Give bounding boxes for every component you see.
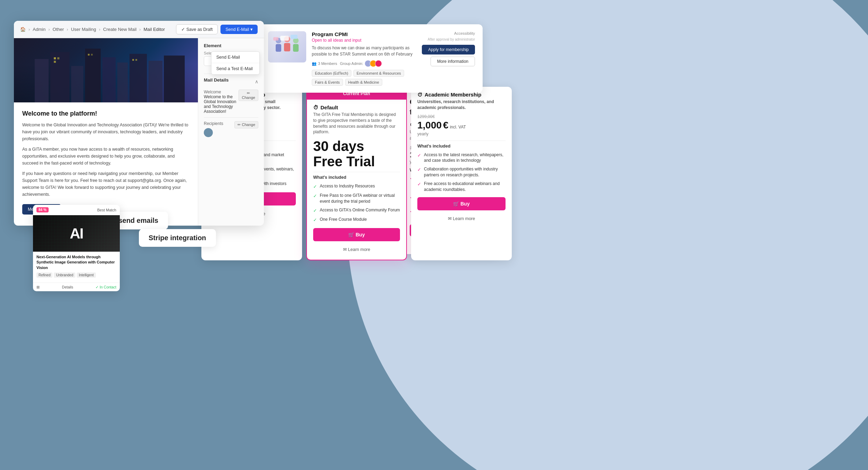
academic-price: 1,000 € incl. VAT [417,120,506,131]
program-card: Program CPMI Open to all ideas and input… [260,24,483,93]
default-learn-more-button[interactable]: ✉ Learn more [313,244,400,255]
svg-rect-19 [284,43,290,51]
welcome-row: Welcome Welcome to the Global Innovation… [204,90,258,114]
ai-in-contact: ✓ In Contact [95,285,116,289]
send-email-option[interactable]: Send E-Mail [211,52,259,63]
ai-match-image: AI [33,215,120,252]
default-features: ✓ Access to Industry Resources ✓ Free Pa… [313,183,400,223]
svg-rect-6 [130,54,147,102]
accessibility-sub: After approval by administrator [428,37,475,41]
stripe-caption: Stripe integration [139,229,216,247]
default-pricing-card: Current Plan ⏱ Default The GITA Free Tri… [306,87,407,260]
breadcrumb-user-mailing[interactable]: User Mailing [71,27,96,32]
default-plan-name: ⏱ Default [313,104,400,110]
academic-feature-2: ✓ Collaboration opportunities with indus… [417,166,506,178]
svg-rect-12 [88,54,90,56]
mail-preview: Welcome to the platform! Welcome to the … [14,38,198,226]
mail-preview-image [14,38,198,102]
ai-match-badge: 84 % [36,207,49,212]
ai-details-link[interactable]: Details [62,285,73,289]
academic-period: yearly [417,132,506,136]
default-feature-1: ✓ Access to Industry Resources [313,183,400,190]
program-image [268,31,306,62]
academic-pricing-card: ⏱ Academic Membership Universities, rese… [411,87,512,260]
send-test-email-option[interactable]: Send a Test E-Mail [211,63,259,74]
academic-original-price: 1299,00€ [417,114,506,119]
mail-editor-card: 🏠 › Admin › Other › User Mailing › Creat… [14,21,264,226]
svg-rect-10 [57,57,59,59]
apply-membership-button[interactable]: Apply for membership [422,45,475,54]
program-card-inner: Program CPMI Open to all ideas and input… [268,31,422,86]
svg-rect-14 [132,59,134,61]
ai-tag-intelligent: Intelligent [77,272,96,278]
program-subtitle: Open to all ideas and input [312,38,422,43]
ai-tag-unbranded: Unbranded [54,272,75,278]
admin-avatars [365,60,382,67]
svg-rect-2 [71,66,83,102]
mail-details-title: Mail Details [204,77,229,83]
default-free-trial: 30 days Free Trial [313,139,400,169]
building-svg [14,38,198,102]
program-description: To discuss how we can draw as many parti… [312,45,422,57]
green-check-4: ✓ [313,217,317,223]
program-illustration [270,33,304,61]
breadcrumb-mail-editor: Mail Editor [143,27,165,32]
breadcrumb-create-new-mail[interactable]: Create New Mail [103,27,136,32]
mail-preview-paragraph3: If you have any questions or need help n… [22,170,190,198]
svg-rect-13 [91,54,93,56]
tag-edtech: Education (EdTech) [312,70,351,77]
program-meta: 👥 3 Members Group Admin: [312,60,422,67]
tag-environment: Environment & Resources [353,70,404,77]
svg-rect-5 [117,62,128,102]
send-email-button[interactable]: Send E-Mail ▾ [220,25,258,34]
collapse-icon[interactable]: ∧ [255,79,258,84]
green-check-2: ✓ [313,193,317,199]
group-admin: Group Admin: [340,60,382,67]
svg-rect-4 [102,57,116,102]
recipients-label: Recipients [204,121,228,126]
ai-match-content: Next-Generation AI Models through Synthe… [33,252,120,283]
ai-match-tags: Refined Unbranded Intelligent [36,272,116,278]
breadcrumb-admin[interactable]: Admin [33,27,45,32]
breadcrumb-bar: 🏠 › Admin › Other › User Mailing › Creat… [14,21,264,38]
svg-rect-8 [164,56,185,102]
academic-check-2: ✓ [417,167,421,173]
ai-details-icon: ⊞ [36,285,40,289]
recipients-row: Recipients ✏ Change [204,121,258,137]
tag-fairs: Fairs & Events [312,79,343,86]
program-card-right: Accessibility After approval by administ… [422,31,475,66]
mail-preview-paragraph2: As a GITA member, you now have access to… [22,146,190,167]
welcome-change-button[interactable]: ✏ Change [239,90,258,101]
element-section-title: Element [204,43,258,48]
save-draft-button[interactable]: ✓ Save as Draft [176,24,218,34]
ai-match-card: 84 % Best Match AI Next-Generation AI Mo… [33,205,120,291]
recipients-change-button[interactable]: ✏ Change [234,121,258,128]
svg-rect-21 [293,44,299,52]
svg-rect-7 [149,61,162,102]
ai-match-header: 84 % Best Match [33,205,120,215]
default-feature-4: ✓ One Free Course Module [313,217,400,223]
members-count: 👥 3 Members [312,61,337,66]
academic-features: ✓ Access to the latest research, whitepa… [417,152,506,193]
academic-included-title: What's included [417,144,506,149]
academic-learn-more-button[interactable]: ✉ Learn more [417,213,506,224]
svg-rect-22 [280,36,289,41]
mail-preview-content: Welcome to the platform! Welcome to the … [14,102,198,222]
svg-rect-17 [276,44,281,52]
svg-rect-24 [273,37,278,41]
default-clock-icon: ⏱ [313,104,318,110]
breadcrumb-other[interactable]: Other [53,27,64,32]
ai-large-text: AI [70,225,83,242]
welcome-label: Welcome [204,90,239,94]
svg-rect-15 [135,59,137,61]
default-buy-button[interactable]: 🛒 Buy [313,228,400,241]
accessibility-label: Accessibility [454,31,475,35]
more-info-button[interactable]: More information [431,57,475,66]
svg-rect-1 [50,52,69,102]
send-email-dropdown: Send E-Mail Send a Test E-Mail [211,51,260,75]
green-check-3: ✓ [313,208,317,214]
mail-preview-paragraph1: Welcome to the Global Innovation and Tec… [22,121,190,142]
academic-buy-button[interactable]: 🛒 Buy [417,197,506,210]
ai-best-match-label: Best Match [97,208,116,212]
svg-rect-23 [291,35,298,39]
